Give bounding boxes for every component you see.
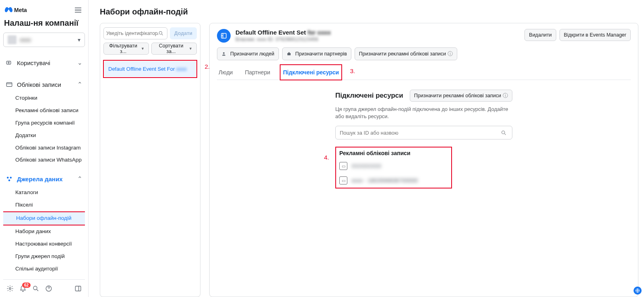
resource-search-input[interactable] [340, 130, 501, 136]
svg-rect-2 [6, 83, 12, 87]
svg-point-4 [10, 177, 12, 179]
sub-custom-conv[interactable]: Настроювані конверсії [3, 238, 85, 250]
sub-pixels[interactable]: Пікселі [3, 199, 85, 211]
nav-accounts[interactable]: Облікові записи ⌃ [3, 78, 85, 91]
assign-ad-label: Призначити рекламні облікові записи [359, 51, 446, 57]
annotation-2: 2. [204, 63, 210, 70]
sub-pages[interactable]: Сторінки [3, 92, 85, 104]
help-icon[interactable] [45, 285, 52, 292]
tab-connected-assets[interactable]: Підключені ресурси [281, 65, 341, 80]
sort-label: Сортувати за... [156, 43, 186, 54]
chevron-down-icon: ▾ [78, 37, 80, 43]
page-title: Набори офлайн-подій [100, 7, 638, 16]
svg-rect-10 [75, 286, 81, 291]
caret-icon: ▼ [141, 47, 144, 51]
annotation-3: 3. [350, 68, 355, 74]
company-avatar [8, 35, 17, 44]
gear-icon[interactable] [6, 285, 14, 292]
caret-icon: ▼ [189, 47, 192, 51]
ad-account-icon: ▭ [339, 162, 347, 170]
svg-point-3 [7, 177, 9, 179]
briefcase-icon [287, 51, 294, 56]
nav-users-label: Користувачі [17, 59, 50, 66]
detail-title: Default Offline Event Set [235, 29, 306, 36]
assign-partners-button[interactable]: Призначити партнерів [282, 47, 351, 60]
chevron-up-icon: ⌃ [77, 81, 83, 88]
ad-account-name: XXXXXXXX [351, 163, 382, 169]
search-icon[interactable] [32, 285, 39, 292]
sidebar: Meta Налаш-ня компанії xxxx ▾ Користувач… [0, 0, 89, 297]
bell-icon[interactable]: 62 [19, 285, 27, 292]
detail-sub: Власник: xxxx ID: 3792988123123456 [235, 37, 318, 42]
accounts-section-title: Рекламні облікові записи [336, 147, 451, 159]
company-selector[interactable]: xxxx ▾ [3, 33, 85, 47]
event-set-item-label: Default Offline Event Set For [108, 66, 175, 72]
nav-datasources-label: Джерела даних [17, 176, 63, 182]
add-button-label: Додати [174, 31, 192, 36]
tab-connected-label: Підключені ресурси [283, 69, 339, 76]
assign-ad-accounts-button-2[interactable]: Призначити рекламні облікові записи ⓘ [410, 90, 512, 102]
sub-offline-events[interactable]: Набори офлайн-подій [3, 212, 85, 225]
tab-partners[interactable]: Партнери [243, 65, 272, 80]
list-search[interactable] [103, 27, 167, 39]
svg-point-7 [9, 287, 11, 289]
sub-apps[interactable]: Додатки [3, 129, 85, 142]
panel-icon[interactable] [74, 285, 82, 292]
sub-shared-aud[interactable]: Спільні аудиторії [3, 263, 85, 275]
svg-point-11 [159, 31, 162, 34]
svg-rect-14 [287, 53, 291, 55]
svg-point-15 [502, 131, 505, 134]
assign-ad-accounts-button[interactable]: Призначити рекламні облікові записи ⓘ [355, 47, 457, 60]
brand: Meta [5, 7, 27, 14]
search-icon [501, 130, 508, 136]
add-button[interactable]: Додати [170, 27, 197, 39]
meta-logo-icon [5, 7, 12, 14]
brand-text: Meta [14, 7, 27, 13]
ad-account-row[interactable]: ▭ xxxx - 1802696836700000 [336, 173, 451, 188]
sub-creative-folders[interactable]: Папки для рекламних матеріалів ... [3, 275, 85, 279]
sub-instagram[interactable]: Облікові записи Instagram [3, 142, 85, 154]
svg-point-8 [33, 286, 37, 290]
sub-whatsapp[interactable]: Облікові записи WhatsApp [3, 154, 85, 166]
ad-account-row[interactable]: ▭ XXXXXXXX [336, 159, 451, 173]
tab-people[interactable]: Люди [217, 65, 234, 80]
globe-icon[interactable] [634, 287, 642, 295]
sub-catalogs[interactable]: Каталоги [3, 186, 85, 199]
page-heading: Налаш-ня компанії [3, 15, 85, 33]
assign-people-label: Призначити людей [230, 51, 275, 57]
person-icon [221, 51, 229, 56]
chevron-up-icon: ⌃ [77, 175, 83, 182]
svg-point-13 [223, 52, 225, 54]
tab-people-label: Люди [219, 69, 233, 76]
assign-partners-label: Призначити партнерів [295, 51, 347, 57]
sort-button[interactable]: Сортувати за...▼ [151, 43, 197, 55]
info-icon: ⓘ [503, 92, 508, 99]
bottom-bar: 62 [3, 279, 85, 297]
company-name: xxxx [20, 37, 31, 43]
delete-label: Видалити [529, 32, 552, 38]
ad-account-icon: ▭ [339, 176, 347, 184]
sub-asset-groups[interactable]: Група ресурсів компанії [3, 117, 85, 129]
list-search-input[interactable] [106, 31, 158, 36]
sub-datasets[interactable]: Набори даних [3, 225, 85, 238]
filter-button[interactable]: Фільтрувати з...▼ [103, 43, 149, 55]
nav-datasources[interactable]: Джерела даних ⌃ [3, 172, 85, 186]
assign-people-button[interactable]: Призначити людей [217, 47, 279, 60]
annotation-4: 4. [324, 154, 329, 161]
menu-icon[interactable] [73, 5, 83, 15]
nav-users[interactable]: Користувачі ⌄ [3, 56, 85, 70]
open-label: Відкрити в Events Manager [564, 32, 626, 38]
sub-ad-accounts[interactable]: Рекламні облікові записи [3, 104, 85, 117]
ad-account-name: xxxx - 1802696836700000 [351, 177, 418, 184]
delete-button[interactable]: Видалити [524, 29, 556, 41]
event-set-item[interactable]: Default Offline Event Set For xxxx [104, 61, 196, 77]
nav-accounts-label: Облікові записи [17, 81, 61, 88]
open-events-manager-button[interactable]: Відкрити в Events Manager [559, 29, 631, 41]
section-description: Ця група джерел офлайн-подій підключена … [335, 106, 512, 120]
resource-search[interactable] [335, 126, 512, 139]
svg-point-5 [8, 180, 10, 182]
assign-ad-label-2: Призначити рекламні облікові записи [414, 93, 501, 98]
event-set-icon [217, 29, 231, 43]
svg-point-1 [8, 62, 9, 63]
sub-event-groups[interactable]: Групи джерел подій [3, 250, 85, 263]
